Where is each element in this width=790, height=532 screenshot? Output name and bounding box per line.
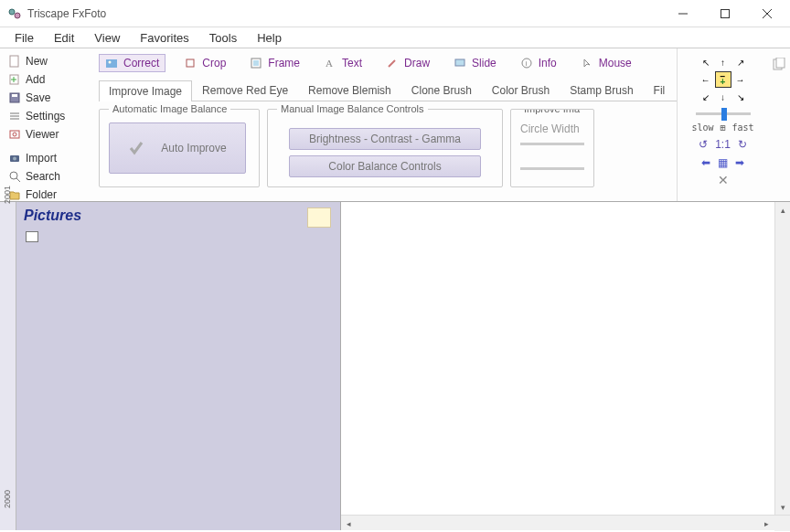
vertical-scrollbar[interactable]: ▴ ▾ — [774, 202, 790, 515]
scroll-up-icon[interactable]: ▴ — [775, 202, 790, 218]
group-title: Automatic Image Balance — [109, 103, 230, 114]
svg-point-18 — [13, 157, 16, 161]
rotate-cw-icon[interactable]: ↻ — [738, 138, 747, 151]
auto-improve-button[interactable]: Auto Improve — [109, 122, 246, 174]
menu-view[interactable]: View — [85, 29, 129, 47]
tab-improve-image[interactable]: Improve Image — [99, 80, 192, 101]
ratio-label[interactable]: 1:1 — [715, 138, 731, 151]
nav-sw[interactable]: ↙ — [698, 89, 714, 105]
sidebar-item-viewer[interactable]: Viewer — [2, 125, 90, 144]
slider-2[interactable] — [520, 167, 584, 170]
canvas-area[interactable] — [341, 202, 790, 515]
tool-frame[interactable]: Frame — [244, 55, 305, 71]
sidebar-item-settings[interactable]: Settings — [2, 107, 90, 125]
tab-clone-brush[interactable]: Clone Brush — [401, 80, 482, 101]
menu-help[interactable]: Help — [248, 29, 291, 47]
copy-icon[interactable] — [768, 48, 790, 201]
nav-w[interactable]: ← — [698, 71, 714, 88]
scroll-right-icon[interactable]: ▸ — [759, 516, 774, 531]
svg-rect-27 — [455, 59, 464, 66]
menu-favorites[interactable]: Favorites — [131, 29, 198, 47]
year-top: 2001 — [3, 186, 12, 204]
svg-point-0 — [9, 9, 15, 15]
grid-toggle-icon[interactable]: ⊞ — [720, 122, 725, 133]
tool-correct[interactable]: Correct — [99, 54, 165, 72]
svg-point-22 — [109, 61, 112, 64]
tool-mouse[interactable]: Mouse — [575, 55, 637, 71]
svg-point-19 — [10, 172, 17, 179]
group-title: Improve Ima — [520, 109, 583, 114]
grid-view-icon[interactable]: ▦ — [718, 156, 728, 169]
tab-color-brush[interactable]: Color Brush — [482, 80, 560, 101]
tool-text[interactable]: AText — [318, 55, 368, 71]
new-icon — [7, 54, 22, 69]
close-panel-icon[interactable]: ✕ — [718, 173, 729, 187]
menu-file[interactable]: File — [5, 29, 43, 47]
group-auto-balance: Automatic Image Balance Auto Improve — [99, 109, 260, 187]
prev-icon[interactable]: ⬅ — [701, 156, 710, 169]
window-title: Triscape FxFoto — [27, 7, 662, 20]
tab-remove-red-eye[interactable]: Remove Red Eye — [192, 80, 298, 101]
svg-rect-6 — [10, 56, 18, 67]
title-bar: Triscape FxFoto — [0, 0, 790, 27]
settings-icon — [7, 109, 22, 123]
tab-strip: Improve Image Remove Red Eye Remove Blem… — [99, 80, 677, 101]
sidebar-item-new[interactable]: New — [2, 52, 90, 70]
nav-nw[interactable]: ↖ — [698, 54, 714, 70]
maximize-button[interactable] — [704, 0, 746, 27]
slide-icon — [454, 57, 466, 69]
sidebar-item-add[interactable]: Add — [2, 70, 90, 89]
timeline-strip[interactable]: 2001 2000 — [0, 202, 16, 530]
nav-s[interactable]: ↓ — [715, 89, 731, 105]
menu-tools[interactable]: Tools — [200, 29, 246, 47]
scroll-left-icon[interactable]: ◂ — [341, 516, 357, 531]
sidebar-item-folder[interactable]: Folder — [2, 186, 90, 204]
svg-point-16 — [13, 133, 16, 136]
save-icon — [7, 90, 22, 105]
menu-edit[interactable]: Edit — [45, 29, 83, 47]
svg-rect-15 — [10, 131, 19, 138]
sidebar-item-import[interactable]: Import — [2, 149, 90, 167]
menu-bar: File Edit View Favorites Tools Help — [0, 27, 790, 48]
nav-center[interactable]: −+ — [715, 71, 731, 88]
nav-se[interactable]: ↘ — [732, 89, 749, 105]
scroll-corner — [774, 516, 790, 531]
tool-crop[interactable]: Crop — [178, 55, 231, 71]
svg-rect-25 — [253, 60, 259, 66]
svg-rect-21 — [106, 59, 117, 68]
circle-width-slider[interactable] — [520, 143, 584, 145]
label: New — [26, 55, 48, 68]
nav-n[interactable]: ↑ — [715, 54, 731, 70]
nav-e[interactable]: → — [732, 71, 749, 88]
correct-icon — [105, 57, 118, 69]
right-panel: ▴ ▾ ◂ ▸ — [341, 202, 790, 530]
info-icon: i — [520, 57, 533, 69]
sidebar-item-save[interactable]: Save — [2, 89, 90, 107]
fast-label: fast — [731, 122, 753, 133]
tool-draw[interactable]: Draw — [380, 55, 435, 71]
tab-remove-blemish[interactable]: Remove Blemish — [298, 80, 401, 101]
zoom-slider[interactable] — [696, 112, 751, 115]
rotate-ccw-icon[interactable]: ↺ — [699, 138, 708, 151]
group-manual-balance: Manual Image Balance Controls Brightness… — [267, 109, 503, 187]
svg-line-20 — [16, 178, 20, 182]
nav-ne[interactable]: ↗ — [732, 54, 749, 70]
label: Add — [26, 73, 45, 86]
color-balance-controls-button[interactable]: Color Balance Controls — [289, 155, 481, 177]
horizontal-scrollbar[interactable]: ◂ ▸ — [341, 515, 790, 530]
tool-slide[interactable]: Slide — [448, 55, 502, 71]
tool-info[interactable]: iInfo — [515, 55, 562, 71]
toolbar: Correct Crop Frame AText Draw Slide iInf… — [99, 52, 677, 74]
thumbnail-placeholder[interactable] — [26, 231, 38, 242]
close-button[interactable] — [746, 0, 788, 27]
sticky-note[interactable] — [307, 207, 331, 228]
svg-text:i: i — [525, 59, 527, 68]
sidebar-item-search[interactable]: Search — [2, 167, 90, 186]
text-icon: A — [324, 57, 336, 69]
next-icon[interactable]: ➡ — [735, 156, 744, 169]
tab-stamp-brush[interactable]: Stamp Brush — [560, 80, 643, 101]
scroll-down-icon[interactable]: ▾ — [775, 499, 790, 515]
minimize-button[interactable] — [662, 0, 704, 27]
tab-fill[interactable]: Fil — [644, 80, 676, 101]
brightness-contrast-gamma-button[interactable]: Brightness - Contrast - Gamma — [289, 128, 481, 150]
